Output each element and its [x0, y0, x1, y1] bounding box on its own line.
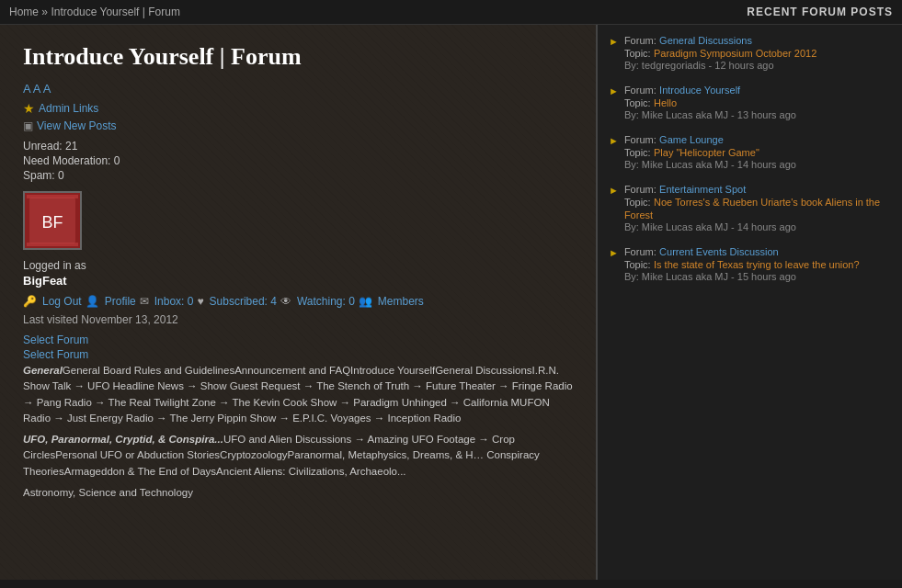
post-by-3: By: Mike Lucas aka MJ - 14 hours ago [624, 221, 891, 232]
forum-bold-ufo: UFO, Paranormal, Cryptid, & Conspira... [23, 434, 223, 445]
bullet-arrow: ► [609, 135, 619, 146]
view-new-posts-row: ▣ View New Posts [23, 119, 573, 132]
admin-links-row: ★ Admin Links [23, 101, 573, 116]
unread-stat: Unread: 21 [23, 140, 573, 153]
topic-label-3: Topic: [624, 197, 651, 208]
right-panel: ► Forum: General Discussions Topic: Para… [598, 25, 902, 580]
post-topic-line-3: Topic: Noe Torres's & Rueben Uriarte's b… [624, 196, 891, 221]
select-forum-1[interactable]: Select Forum [23, 334, 573, 346]
forum-label-0: Forum: [624, 35, 657, 46]
post-content-0: Forum: General Discussions Topic: Paradi… [624, 34, 891, 71]
recent-post-item: ► Forum: Entertainment Spot Topic: Noe T… [609, 183, 891, 232]
topic-label-2: Topic: [624, 147, 651, 158]
breadcrumb-home[interactable]: Home [9, 6, 39, 18]
forum-name-0[interactable]: General Discussions [659, 35, 752, 46]
post-forum-line-3: Forum: Entertainment Spot [624, 183, 891, 196]
post-forum-line-4: Forum: Current Events Discussion [624, 245, 891, 258]
admin-links[interactable]: Admin Links [39, 102, 98, 115]
bullet-arrow: ► [609, 36, 619, 47]
post-topic-line-1: Topic: Hello [624, 96, 891, 109]
page-title: Introduce Yourself | Forum [23, 43, 573, 71]
post-content-3: Forum: Entertainment Spot Topic: Noe Tor… [624, 183, 891, 232]
forum-list-ufo: UFO, Paranormal, Cryptid, & Conspira...U… [23, 432, 573, 480]
forum-name-2[interactable]: Game Lounge [659, 134, 724, 145]
topic-name-2[interactable]: Play "Helicopter Game" [654, 147, 759, 158]
aaa-text: A A A [23, 82, 573, 96]
star-icon: ★ [23, 101, 35, 116]
post-by-4: By: Mike Lucas aka MJ - 15 hours ago [624, 271, 891, 282]
recent-post-item: ► Forum: Introduce Yourself Topic: Hello… [609, 84, 891, 120]
forum-label-3: Forum: [624, 184, 657, 195]
svg-rect-3 [27, 195, 78, 198]
forum-bold-general: General [23, 365, 63, 376]
inbox-link[interactable]: Inbox: 0 [154, 295, 194, 308]
logout-link[interactable]: Log Out [42, 295, 82, 308]
moderation-stat: Need Moderation: 0 [23, 154, 573, 167]
username-display: BigFeat [23, 274, 573, 288]
recent-post-item: ► Forum: General Discussions Topic: Para… [609, 34, 891, 71]
breadcrumb: Home » Introduce Yourself | Forum [9, 6, 180, 18]
recent-posts-label: RECENT FORUM POSTS [747, 6, 893, 18]
post-topic-line-0: Topic: Paradigm Symposium October 2012 [624, 47, 891, 60]
members-icon: 👥 [359, 295, 372, 308]
profile-icon: 👤 [86, 295, 99, 308]
breadcrumb-sep: » [41, 6, 51, 18]
view-new-posts[interactable]: View New Posts [37, 119, 116, 132]
post-content-1: Forum: Introduce Yourself Topic: Hello B… [624, 84, 891, 120]
left-panel: Introduce Yourself | Forum A A A ★ Admin… [0, 25, 598, 580]
recent-posts-list: ► Forum: General Discussions Topic: Para… [609, 34, 891, 282]
post-forum-line-0: Forum: General Discussions [624, 34, 891, 47]
breadcrumb-current: Introduce Yourself | Forum [51, 6, 180, 18]
post-by-0: By: tedgregoriadis - 12 hours ago [624, 60, 891, 71]
avatar: BF [23, 191, 82, 250]
forum-label-2: Forum: [624, 134, 657, 145]
bullet-arrow: ► [609, 85, 619, 96]
watching-link[interactable]: Watching: 0 [297, 295, 355, 308]
main-layout: Introduce Yourself | Forum A A A ★ Admin… [0, 25, 902, 580]
topic-label-4: Topic: [624, 259, 651, 270]
profile-link[interactable]: Profile [105, 295, 136, 308]
watch-icon: 👁 [280, 295, 291, 308]
user-links: 🔑 Log Out 👤 Profile ✉ Inbox: 0 ♥ Subscri… [23, 295, 573, 308]
bullet-arrow: ► [609, 185, 619, 196]
forum-label-4: Forum: [624, 246, 657, 257]
recent-post-item: ► Forum: Game Lounge Topic: Play "Helico… [609, 133, 891, 170]
post-topic-line-2: Topic: Play "Helicopter Game" [624, 146, 891, 159]
topic-name-4[interactable]: Is the state of Texas trying to leave th… [654, 259, 860, 270]
heart-icon: ♥ [197, 295, 203, 308]
forum-label-1: Forum: [624, 85, 657, 96]
top-bar: Home » Introduce Yourself | Forum RECENT… [0, 0, 902, 25]
topic-name-0[interactable]: Paradigm Symposium October 2012 [654, 48, 816, 59]
topic-label-0: Topic: [624, 48, 651, 59]
bullet-arrow: ► [609, 247, 619, 258]
post-content-4: Forum: Current Events Discussion Topic: … [624, 245, 891, 282]
view-icon: ▣ [23, 119, 33, 132]
post-content-2: Forum: Game Lounge Topic: Play "Helicopt… [624, 133, 891, 170]
avatar-section: BF [23, 191, 573, 250]
svg-rect-4 [27, 243, 78, 246]
last-visited: Last visited November 13, 2012 [23, 313, 573, 326]
topic-name-1[interactable]: Hello [654, 97, 677, 108]
post-forum-line-2: Forum: Game Lounge [624, 133, 891, 146]
forum-list-general: GeneralGeneral Board Rules and Guideline… [23, 363, 573, 426]
post-forum-line-1: Forum: Introduce Yourself [624, 84, 891, 96]
svg-text:BF: BF [41, 213, 63, 232]
logged-in-as-label: Logged in as [23, 259, 573, 272]
forum-name-3[interactable]: Entertainment Spot [659, 184, 746, 195]
post-by-2: By: Mike Lucas aka MJ - 14 hours ago [624, 159, 891, 170]
inbox-icon: ✉ [140, 295, 149, 308]
forum-text-astronomy: Astronomy, Science and Technology [23, 487, 193, 498]
subscribed-link[interactable]: Subscribed: 4 [210, 295, 277, 308]
members-link[interactable]: Members [378, 295, 424, 308]
post-by-1: By: Mike Lucas aka MJ - 13 hours ago [624, 109, 891, 120]
forum-list-astronomy: Astronomy, Science and Technology [23, 485, 573, 501]
select-forum-2[interactable]: Select Forum [23, 348, 573, 361]
forum-text-general: General Board Rules and GuidelinesAnnoun… [23, 365, 573, 424]
topic-label-1: Topic: [624, 97, 651, 108]
forum-name-1[interactable]: Introduce Yourself [659, 85, 740, 96]
topic-name-3[interactable]: Noe Torres's & Rueben Uriarte's book Ali… [624, 197, 880, 220]
logout-icon: 🔑 [23, 295, 37, 308]
recent-post-item: ► Forum: Current Events Discussion Topic… [609, 245, 891, 282]
forum-name-4[interactable]: Current Events Discussion [659, 246, 779, 257]
post-topic-line-4: Topic: Is the state of Texas trying to l… [624, 258, 891, 271]
